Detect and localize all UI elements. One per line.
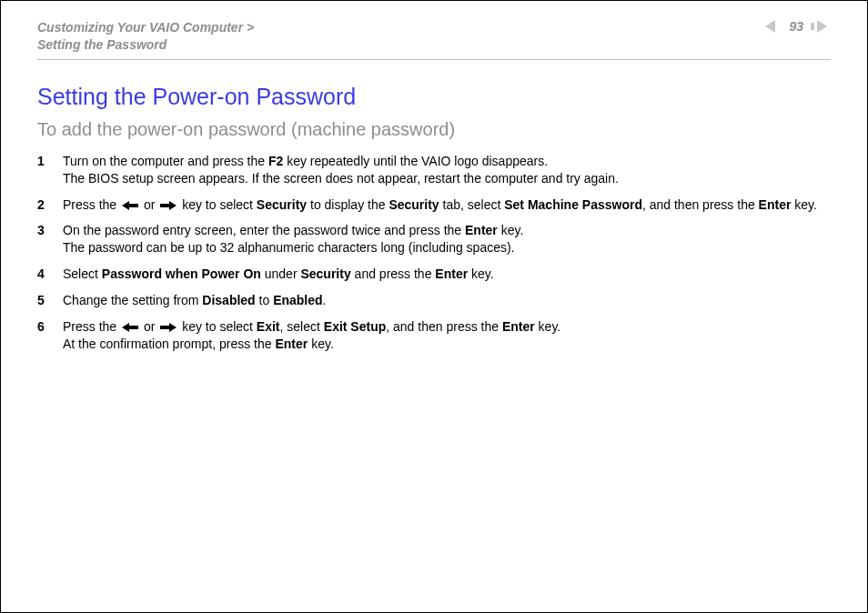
document-page: Customizing Your VAIO Computer > Setting… bbox=[0, 0, 868, 613]
svg-marker-0 bbox=[765, 20, 775, 33]
bold-term: Enter bbox=[435, 266, 468, 281]
step-item: 1Turn on the computer and press the F2 k… bbox=[37, 153, 831, 187]
step-line: The password can be up to 32 alphanumeri… bbox=[63, 239, 831, 256]
page-navigation: 93 bbox=[765, 19, 831, 34]
svg-rect-1 bbox=[811, 23, 814, 30]
step-item: 4Select Password when Power On under Sec… bbox=[37, 266, 831, 283]
svg-marker-2 bbox=[817, 20, 827, 33]
arrow-left-icon bbox=[122, 201, 138, 210]
next-page-icon[interactable] bbox=[811, 20, 831, 33]
breadcrumb-section: Customizing Your VAIO Computer bbox=[37, 20, 243, 35]
breadcrumb: Customizing Your VAIO Computer > Setting… bbox=[37, 19, 254, 54]
prev-page-icon[interactable] bbox=[765, 20, 782, 33]
bold-term: Enter bbox=[502, 319, 535, 334]
step-body: On the password entry screen, enter the … bbox=[63, 222, 831, 256]
svg-marker-6 bbox=[160, 323, 177, 332]
bold-term: Enter bbox=[465, 223, 498, 237]
step-body: Turn on the computer and press the F2 ke… bbox=[63, 153, 831, 187]
step-number: 3 bbox=[37, 222, 63, 239]
page-title: Setting the Power-on Password bbox=[37, 84, 831, 110]
svg-marker-3 bbox=[122, 201, 138, 210]
svg-marker-5 bbox=[122, 323, 138, 332]
bold-term: Exit bbox=[257, 319, 280, 334]
step-number: 4 bbox=[37, 266, 63, 283]
arrow-right-icon bbox=[160, 323, 177, 332]
step-number: 1 bbox=[37, 153, 63, 170]
bold-term: Exit Setup bbox=[324, 319, 386, 334]
step-line: On the password entry screen, enter the … bbox=[63, 222, 831, 239]
bold-term: Enabled bbox=[273, 293, 322, 307]
step-line: The BIOS setup screen appears. If the sc… bbox=[63, 170, 831, 187]
bold-term: Disabled bbox=[202, 293, 255, 307]
step-body: Select Password when Power On under Secu… bbox=[63, 266, 831, 283]
header-divider bbox=[37, 59, 831, 60]
step-item: 2Press the or key to select Security to … bbox=[37, 196, 831, 214]
step-body: Press the or key to select Security to d… bbox=[63, 196, 831, 214]
bold-term: Security bbox=[389, 197, 439, 212]
step-number: 2 bbox=[37, 196, 63, 214]
step-item: 6Press the or key to select Exit, select… bbox=[37, 318, 831, 353]
bold-term: Enter bbox=[275, 337, 308, 351]
step-line: Press the or key to select Security to d… bbox=[63, 196, 831, 214]
bold-term: Enter bbox=[759, 197, 792, 212]
breadcrumb-separator: > bbox=[247, 20, 254, 35]
step-item: 5Change the setting from Disabled to Ena… bbox=[37, 292, 831, 309]
page-number: 93 bbox=[789, 19, 803, 34]
step-line: Press the or key to select Exit, select … bbox=[63, 318, 831, 336]
arrow-left-icon bbox=[122, 323, 138, 332]
step-body: Change the setting from Disabled to Enab… bbox=[63, 292, 831, 309]
svg-marker-4 bbox=[160, 201, 177, 210]
step-number: 6 bbox=[37, 318, 63, 336]
step-number: 5 bbox=[37, 292, 63, 309]
bold-term: Security bbox=[300, 266, 350, 281]
bold-term: Set Machine Password bbox=[504, 197, 642, 212]
step-item: 3On the password entry screen, enter the… bbox=[37, 222, 831, 256]
step-body: Press the or key to select Exit, select … bbox=[63, 318, 831, 353]
header: Customizing Your VAIO Computer > Setting… bbox=[37, 19, 831, 54]
breadcrumb-topic: Setting the Password bbox=[37, 37, 167, 52]
step-line: At the confirmation prompt, press the En… bbox=[63, 336, 831, 353]
bold-term: F2 bbox=[268, 154, 283, 168]
steps-list: 1Turn on the computer and press the F2 k… bbox=[37, 153, 831, 353]
arrow-right-icon bbox=[160, 201, 177, 210]
step-line: Select Password when Power On under Secu… bbox=[63, 266, 831, 283]
step-line: Turn on the computer and press the F2 ke… bbox=[63, 153, 831, 170]
bold-term: Password when Power On bbox=[102, 266, 261, 281]
page-subtitle: To add the power-on password (machine pa… bbox=[37, 119, 831, 140]
bold-term: Security bbox=[257, 197, 307, 212]
step-line: Change the setting from Disabled to Enab… bbox=[63, 292, 831, 309]
